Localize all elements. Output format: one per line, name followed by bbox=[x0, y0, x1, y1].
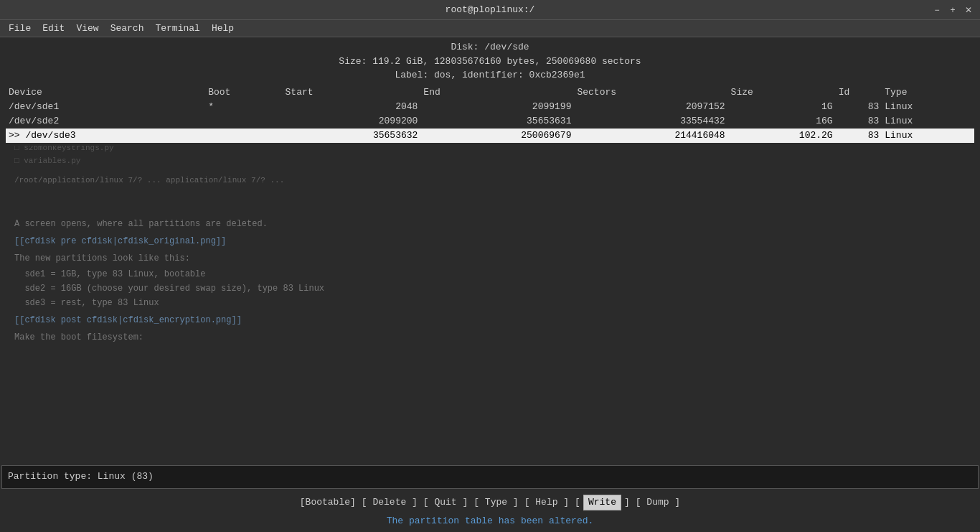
menu-terminal[interactable]: Terminal bbox=[149, 20, 205, 37]
maximize-button[interactable]: + bbox=[947, 4, 958, 16]
minimize-button[interactable]: − bbox=[931, 4, 943, 16]
menu-edit[interactable]: Edit bbox=[37, 20, 70, 37]
titlebar-title: root@ploplinux:/ bbox=[49, 4, 931, 15]
menu-search[interactable]: Search bbox=[105, 20, 150, 37]
col-type: Type bbox=[882, 85, 974, 100]
action-bar: [Bootable] [ Delete ] [ Quit ] [ Type ] … bbox=[0, 492, 980, 513]
table-row: /dev/sde1*2048209919920971521G83Linux bbox=[6, 100, 974, 114]
terminal: Project ░░░░░░░░ □ s2bmonkey.de that we … bbox=[0, 37, 980, 532]
partition-info: Partition type: Linux (83) bbox=[1, 465, 979, 488]
table-row: /dev/sde22099200356536313355443216G83Lin… bbox=[6, 114, 974, 129]
bootable-button[interactable]: [Bootable] bbox=[297, 495, 359, 510]
col-end: End bbox=[420, 85, 574, 100]
altered-message: The partition table has been altered. bbox=[0, 513, 980, 532]
write-bracket-close: ] bbox=[621, 495, 633, 510]
quit-button[interactable]: [ Quit ] bbox=[420, 495, 471, 510]
dump-button[interactable]: [ Dump ] bbox=[633, 495, 683, 510]
fdisk-header-row: Device Boot Start End Sectors Size Id Ty… bbox=[6, 85, 974, 100]
menu-view[interactable]: View bbox=[70, 20, 104, 37]
delete-button[interactable]: [ Delete ] bbox=[359, 495, 420, 510]
write-button[interactable]: Write bbox=[583, 495, 621, 510]
fdisk-body: /dev/sde1*2048209919920971521G83Linux /d… bbox=[6, 100, 974, 144]
fdisk-disk-line: Disk: /dev/sde bbox=[6, 40, 974, 55]
fdisk-overlay: Disk: /dev/sde Size: 119.2 GiB, 12803567… bbox=[0, 37, 980, 146]
col-device: Device bbox=[6, 85, 205, 100]
menu-help[interactable]: Help bbox=[206, 20, 240, 37]
titlebar: root@ploplinux:/ − + ✕ bbox=[0, 0, 980, 20]
menu-file[interactable]: File bbox=[3, 20, 37, 37]
type-button[interactable]: [ Type ] bbox=[471, 495, 521, 510]
table-row: >> /dev/sde33565363225006967921441604810… bbox=[6, 129, 974, 143]
fdisk-size-line: Size: 119.2 GiB, 128035676160 bytes, 250… bbox=[6, 55, 974, 69]
menubar: File Edit View Search Terminal Help bbox=[0, 20, 980, 37]
fdisk-table: Device Boot Start End Sectors Size Id Ty… bbox=[6, 85, 974, 144]
col-start: Start bbox=[283, 85, 421, 100]
fdisk-label-line: Label: dos, identifier: 0xcb2369e1 bbox=[6, 68, 974, 83]
col-id: Id bbox=[836, 85, 882, 100]
col-sectors: Sectors bbox=[574, 85, 727, 100]
write-bracket-open: [ bbox=[572, 495, 583, 510]
bottom-section: Partition type: Linux (83) [Bootable] [ … bbox=[0, 465, 980, 532]
help-button[interactable]: [ Help ] bbox=[522, 495, 572, 510]
close-button[interactable]: ✕ bbox=[963, 4, 974, 16]
col-size: Size bbox=[728, 85, 836, 100]
col-boot: Boot bbox=[205, 85, 282, 100]
titlebar-controls: − + ✕ bbox=[931, 4, 974, 16]
